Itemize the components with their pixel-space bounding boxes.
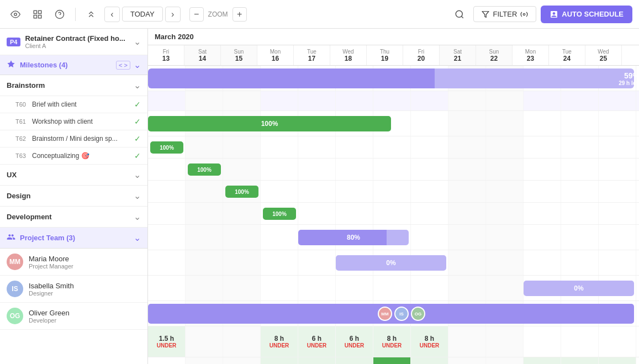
project-chevron-icon[interactable]: ⌄: [134, 36, 141, 47]
next-button[interactable]: ›: [165, 7, 181, 22]
gantt-cell-11: [561, 225, 599, 250]
brainstorm-section-header[interactable]: Brainstorm ⌄: [0, 75, 147, 96]
task-row-t61[interactable]: T61 Workshop with client ✓: [0, 113, 147, 130]
member-row-isabella[interactable]: IS Isabella Smith Designer: [0, 276, 147, 303]
task-check-t60: ✓: [134, 100, 141, 109]
month-header: March 2020: [148, 29, 639, 45]
eye-icon[interactable]: [7, 6, 24, 23]
gantt-cell-7: [411, 276, 448, 300]
gantt-cell-8: [448, 111, 486, 136]
ux-bar: 80%: [298, 230, 409, 245]
development-section-header[interactable]: Development ⌄: [0, 207, 147, 228]
task-name-t62: Brainstorm / Mini design sp...: [32, 135, 134, 143]
date-navigation: ‹ TODAY ›: [104, 7, 181, 22]
gantt-cell-1: [186, 91, 223, 110]
collapse-icon[interactable]: [82, 6, 100, 23]
auto-schedule-button[interactable]: AUTO SCHEDULE: [541, 6, 632, 23]
ux-section-header[interactable]: UX ⌄: [0, 165, 147, 186]
gantt-cell-2: [223, 276, 261, 300]
team-section-header[interactable]: Project Team (3) ⌄: [0, 228, 147, 249]
gantt-cell-0: [148, 203, 186, 224]
prev-button[interactable]: ‹: [104, 7, 120, 22]
gantt-cell-4: [298, 91, 336, 110]
gantt-cell-1: [186, 225, 223, 250]
project-header[interactable]: P4 Retainer Contract (Fixed ho... Client…: [0, 29, 147, 55]
gantt-cell-10: [524, 136, 561, 158]
search-button[interactable]: [450, 5, 469, 24]
gantt-cell-5: [336, 91, 373, 110]
project-badge: P4: [7, 38, 20, 46]
gantt-cell-2: [223, 159, 261, 180]
t60-bar: 100%: [150, 141, 183, 154]
ux-label: UX: [7, 171, 134, 179]
gantt-cell-12: [599, 181, 636, 202]
gantt-cell-3: [261, 159, 298, 180]
gantt-area: March 2020 Fri13Sat14Sun15Mon16Tue17Wed1…: [148, 29, 639, 364]
member-role-isabella: Designer: [29, 290, 141, 297]
gantt-cell-4: [298, 159, 336, 180]
gantt-cell-11: [561, 181, 599, 202]
svg-rect-3: [34, 15, 36, 18]
development-label: Development: [7, 213, 134, 221]
task-row-t63[interactable]: T63 Conceptualizing 🎯 ✓: [0, 147, 147, 165]
team-icon: [7, 233, 15, 243]
gantt-cell-3: [261, 181, 298, 202]
task-id-t62: T62: [15, 135, 32, 142]
team-chevron-icon[interactable]: ⌄: [134, 233, 141, 243]
member-row-maria[interactable]: MM Maria Moore Project Manager: [0, 249, 147, 276]
gantt-cell-4: [298, 203, 336, 224]
milestones-section-header[interactable]: Milestones (4) < > ⌄: [0, 55, 147, 75]
gantt-cell-8: [448, 159, 486, 180]
gantt-cell-4: [298, 276, 336, 300]
day-header-22: Sun22: [476, 45, 513, 65]
svg-rect-2: [39, 10, 41, 13]
milestone-code[interactable]: < >: [116, 61, 130, 70]
member-row-oliver[interactable]: OG Oliver Green Developer: [0, 303, 147, 330]
gantt-cell-8: [448, 225, 486, 250]
grid-icon[interactable]: [29, 6, 46, 23]
avatar-oliver: OG: [7, 308, 23, 324]
task-name-t63: Conceptualizing 🎯: [32, 152, 134, 160]
toolbar-right: FILTER AUTO SCHEDULE: [450, 5, 632, 24]
team-avatar-2: OG: [411, 307, 425, 321]
day-header-14: Sat14: [184, 45, 221, 65]
task-row-t60[interactable]: T60 Brief with client ✓: [0, 96, 147, 113]
gantt-cell-5: [336, 136, 373, 158]
design-chevron-icon[interactable]: ⌄: [134, 191, 141, 201]
team-avatars: MMISOG: [378, 307, 425, 321]
zoom-in-button[interactable]: +: [233, 7, 247, 22]
sidebar: P4 Retainer Contract (Fixed ho... Client…: [0, 29, 148, 364]
gantt-cell-3: [261, 225, 298, 250]
gantt-cell-7: [411, 91, 448, 110]
gantt-cell-12: [599, 91, 636, 110]
t62-bar: 100%: [225, 186, 258, 198]
member-role-oliver: Developer: [29, 317, 141, 324]
gantt-cell-7: [411, 203, 448, 224]
cap-cell-11: [561, 326, 599, 357]
task-row-t62[interactable]: T62 Brainstorm / Mini design sp... ✓: [0, 130, 147, 147]
gantt-rows: 59%29 h left100%100%100%100%100%80%0%0%M…: [148, 66, 639, 364]
gantt-cell-3: [261, 91, 298, 110]
today-button[interactable]: TODAY: [122, 7, 163, 22]
cap-cell-10: 8 hUNDER: [524, 357, 561, 364]
gantt-cell-3: [261, 276, 298, 300]
cap-cell-1: [186, 326, 223, 357]
development-chevron-icon[interactable]: ⌄: [134, 212, 141, 222]
brainstorm-chevron-icon[interactable]: ⌄: [134, 80, 141, 91]
gantt-cell-10: [524, 159, 561, 180]
svg-marker-9: [483, 11, 489, 17]
gantt-cell-7: [411, 181, 448, 202]
ux-chevron-icon[interactable]: ⌄: [134, 170, 141, 180]
zoom-out-button[interactable]: −: [189, 7, 204, 22]
team-avatar-1: IS: [394, 307, 409, 321]
gantt-cell-2: [223, 136, 261, 158]
milestones-chevron-icon[interactable]: ⌄: [134, 60, 141, 70]
gantt-cell-12: [599, 225, 636, 250]
cap-cell-7: 3.5 hUNDER: [411, 357, 448, 364]
gantt-cell-11: [561, 250, 599, 275]
help-icon[interactable]: [51, 6, 68, 23]
design-section-header[interactable]: Design ⌄: [0, 186, 147, 207]
task-name-t61: Workshop with client: [32, 118, 134, 125]
filter-button[interactable]: FILTER: [473, 6, 536, 22]
member-role-maria: Project Manager: [29, 263, 141, 270]
